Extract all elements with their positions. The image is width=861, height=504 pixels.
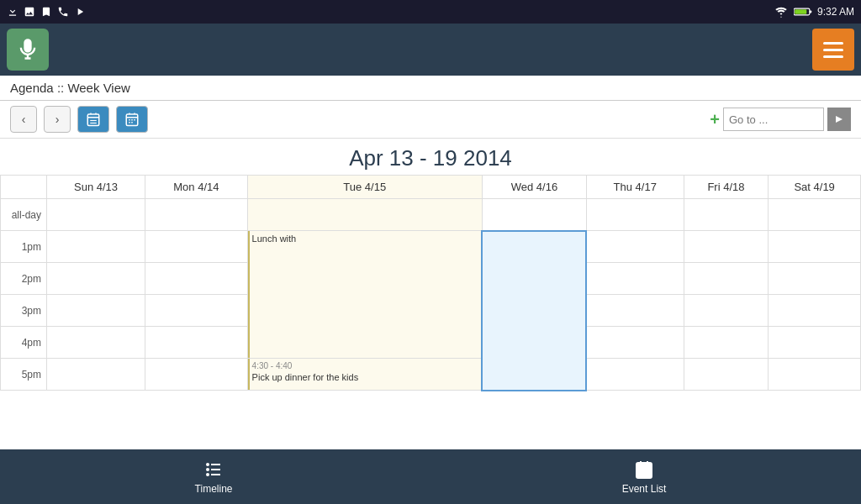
svg-point-21 bbox=[206, 473, 209, 476]
image-icon bbox=[24, 6, 35, 18]
menu-line-2 bbox=[823, 49, 843, 51]
table-row: 5pm 4:30 - 4:40 Pick up dinner for the k… bbox=[1, 359, 861, 391]
menu-line-1 bbox=[823, 42, 843, 45]
cell-thu-5pm[interactable] bbox=[586, 359, 684, 391]
calendar-month-icon bbox=[124, 112, 140, 127]
calendar-grid: Sun 4/13 Mon 4/14 Tue 4/15 Wed 4/16 Thu … bbox=[0, 175, 861, 391]
col-fri: Fri 4/18 bbox=[684, 176, 769, 199]
time-3pm: 3pm bbox=[1, 295, 47, 327]
svg-point-20 bbox=[206, 468, 209, 471]
cell-sun-1pm[interactable] bbox=[47, 231, 145, 263]
goto-input[interactable] bbox=[723, 108, 824, 131]
app-icon bbox=[7, 29, 49, 71]
cell-tue-5pm[interactable]: 4:30 - 4:40 Pick up dinner for the kids bbox=[247, 359, 482, 391]
table-row: 1pm Lunch with bbox=[1, 231, 861, 263]
status-icons-right: 9:32 AM bbox=[774, 6, 854, 18]
cell-sat-2pm[interactable] bbox=[769, 263, 861, 295]
prev-button[interactable]: ‹ bbox=[10, 106, 37, 133]
cell-mon-5pm[interactable] bbox=[145, 359, 248, 391]
cell-thu-allday[interactable] bbox=[586, 199, 684, 231]
svg-rect-2 bbox=[795, 9, 806, 14]
month-view-button[interactable] bbox=[116, 106, 148, 133]
goto-arrow-button[interactable] bbox=[827, 108, 851, 131]
col-sun: Sun 4/13 bbox=[47, 176, 145, 199]
microphone-icon bbox=[16, 38, 40, 61]
cell-mon-2pm[interactable] bbox=[145, 263, 248, 295]
svg-rect-3 bbox=[87, 114, 99, 126]
col-time bbox=[1, 176, 47, 199]
bottom-nav: Timeline Event List bbox=[0, 449, 861, 504]
dinner-event[interactable]: 4:30 - 4:40 Pick up dinner for the kids bbox=[248, 359, 482, 390]
cell-mon-4pm[interactable] bbox=[145, 327, 248, 359]
calendar-week-icon bbox=[86, 112, 101, 127]
timeline-nav-item[interactable]: Timeline bbox=[195, 459, 233, 495]
cell-thu-2pm[interactable] bbox=[586, 263, 684, 295]
timeline-label: Timeline bbox=[195, 483, 233, 495]
calendar-container: Sun 4/13 Mon 4/14 Tue 4/15 Wed 4/16 Thu … bbox=[0, 175, 861, 480]
cell-wed-allday[interactable] bbox=[482, 199, 586, 231]
cell-fri-2pm[interactable] bbox=[684, 263, 769, 295]
cell-sun-3pm[interactable] bbox=[47, 295, 145, 327]
lunch-event[interactable]: Lunch with bbox=[248, 231, 482, 358]
cell-fri-5pm[interactable] bbox=[684, 359, 769, 391]
week-view-button[interactable] bbox=[77, 106, 109, 133]
status-icons-left bbox=[7, 6, 86, 18]
cell-sat-4pm[interactable] bbox=[769, 327, 861, 359]
col-thu: Thu 4/17 bbox=[586, 176, 684, 199]
breadcrumb: Agenda :: Week View bbox=[0, 76, 861, 101]
toolbar: ‹ › + bbox=[0, 101, 861, 139]
cell-fri-allday[interactable] bbox=[684, 199, 769, 231]
cell-fri-4pm[interactable] bbox=[684, 327, 769, 359]
cell-thu-1pm[interactable] bbox=[586, 231, 684, 263]
cell-fri-1pm[interactable] bbox=[684, 231, 769, 263]
cell-thu-4pm[interactable] bbox=[586, 327, 684, 359]
week-title: Apr 13 - 19 2014 bbox=[0, 139, 861, 175]
cell-sat-1pm[interactable] bbox=[769, 231, 861, 263]
cell-sun-2pm[interactable] bbox=[47, 263, 145, 295]
cell-sun-allday[interactable] bbox=[47, 199, 145, 231]
phone-icon bbox=[57, 6, 69, 18]
event-list-nav-item[interactable]: Event List bbox=[622, 459, 667, 495]
play-icon bbox=[74, 6, 86, 18]
cell-tue-allday[interactable] bbox=[247, 199, 482, 231]
time-2pm: 2pm bbox=[1, 263, 47, 295]
next-button[interactable]: › bbox=[44, 106, 71, 133]
cell-sat-3pm[interactable] bbox=[769, 295, 861, 327]
dinner-event-title: Pick up dinner for the kids bbox=[252, 371, 479, 383]
time-allday: all-day bbox=[1, 199, 47, 231]
event-list-icon bbox=[634, 459, 654, 480]
time-display: 9:32 AM bbox=[817, 6, 854, 18]
svg-point-19 bbox=[206, 463, 209, 466]
cell-mon-allday[interactable] bbox=[145, 199, 248, 231]
cell-sat-5pm[interactable] bbox=[769, 359, 861, 391]
status-bar: 9:32 AM bbox=[0, 0, 861, 24]
download-icon bbox=[7, 6, 18, 18]
svg-rect-1 bbox=[810, 10, 811, 13]
cell-tue-1pm[interactable]: Lunch with bbox=[247, 231, 482, 359]
goto-arrow-icon bbox=[834, 114, 844, 124]
lunch-event-title: Lunch with bbox=[252, 233, 479, 244]
cell-sun-4pm[interactable] bbox=[47, 327, 145, 359]
table-row: all-day bbox=[1, 199, 861, 231]
wifi-icon bbox=[774, 6, 789, 18]
col-sat: Sat 4/19 bbox=[769, 176, 861, 199]
svg-marker-18 bbox=[836, 116, 843, 123]
cell-wed-1pm[interactable] bbox=[482, 231, 586, 391]
cell-mon-1pm[interactable] bbox=[145, 231, 248, 263]
time-1pm: 1pm bbox=[1, 231, 47, 263]
add-event-button[interactable]: + bbox=[710, 110, 720, 129]
col-wed: Wed 4/16 bbox=[482, 176, 586, 199]
cell-mon-3pm[interactable] bbox=[145, 295, 248, 327]
menu-line-3 bbox=[823, 55, 843, 58]
cell-sun-5pm[interactable] bbox=[47, 359, 145, 391]
col-tue: Tue 4/15 bbox=[247, 176, 482, 199]
bookmark-icon bbox=[40, 6, 52, 18]
dinner-event-time: 4:30 - 4:40 bbox=[252, 360, 479, 371]
cell-sat-allday[interactable] bbox=[769, 199, 861, 231]
menu-button[interactable] bbox=[812, 29, 854, 71]
cell-thu-3pm[interactable] bbox=[586, 295, 684, 327]
cell-fri-3pm[interactable] bbox=[684, 295, 769, 327]
goto-area: + bbox=[710, 108, 851, 131]
battery-icon bbox=[794, 6, 812, 18]
time-4pm: 4pm bbox=[1, 327, 47, 359]
